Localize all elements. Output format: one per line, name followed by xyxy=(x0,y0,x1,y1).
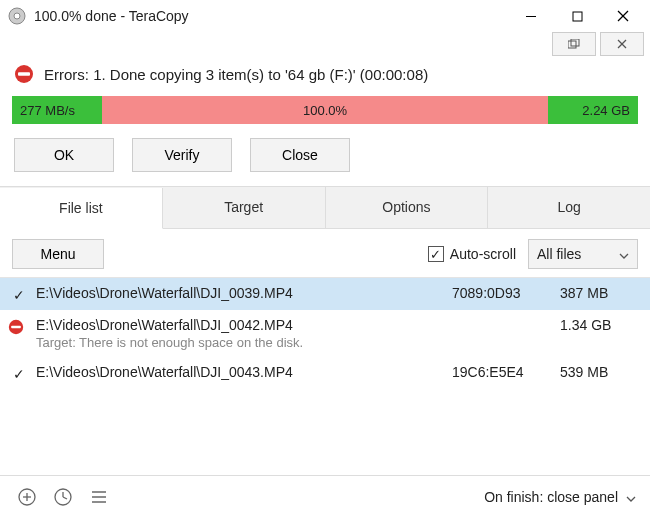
file-filter-label: All files xyxy=(537,246,581,262)
status-text: Errors: 1. Done copying 3 item(s) to '64… xyxy=(44,66,428,83)
on-finish-label[interactable]: On finish: close panel xyxy=(484,489,618,505)
menu-button[interactable]: Menu xyxy=(12,239,104,269)
svg-rect-11 xyxy=(18,72,30,75)
action-row: OK Verify Close xyxy=(0,124,650,186)
file-list: ✓ E:\Videos\Drone\Waterfall\DJI_0039.MP4… xyxy=(0,277,650,389)
tab-options[interactable]: Options xyxy=(326,187,489,228)
file-hash: 7089:0D93 xyxy=(452,285,552,301)
svg-rect-6 xyxy=(568,41,576,48)
error-icon xyxy=(10,319,28,335)
secondary-toolbar xyxy=(0,32,650,60)
file-row[interactable]: E:\Videos\Drone\Waterfall\DJI_0042.MP4 T… xyxy=(0,310,650,357)
file-row[interactable]: ✓ E:\Videos\Drone\Waterfall\DJI_0039.MP4… xyxy=(0,278,650,310)
window-title: 100.0% done - TeraCopy xyxy=(34,8,508,24)
file-filter-dropdown[interactable]: All files xyxy=(528,239,638,269)
progress-bar: 277 MB/s 100.0% 2.24 GB xyxy=(12,96,638,124)
file-size: 1.34 GB xyxy=(560,317,640,333)
close-window-button[interactable] xyxy=(600,0,646,32)
titlebar: 100.0% done - TeraCopy xyxy=(0,0,650,32)
svg-rect-3 xyxy=(573,12,582,21)
app-icon xyxy=(8,7,26,25)
file-path: E:\Videos\Drone\Waterfall\DJI_0043.MP4 xyxy=(36,364,444,380)
progress-percent: 100.0% xyxy=(303,103,347,118)
tab-target[interactable]: Target xyxy=(163,187,326,228)
close-button[interactable]: Close xyxy=(250,138,350,172)
check-icon: ✓ xyxy=(10,366,28,382)
bottom-bar: On finish: close panel xyxy=(0,475,650,517)
list-toolbar: Menu ✓ Auto-scroll All files xyxy=(0,229,650,277)
svg-line-19 xyxy=(63,497,67,499)
svg-rect-2 xyxy=(526,16,536,17)
ok-button[interactable]: OK xyxy=(14,138,114,172)
check-icon: ✓ xyxy=(10,287,28,303)
autoscroll-checkbox[interactable]: ✓ Auto-scroll xyxy=(428,246,516,262)
svg-rect-13 xyxy=(11,326,21,329)
file-path: E:\Videos\Drone\Waterfall\DJI_0042.MP4 xyxy=(36,317,444,333)
file-error-message: Target: There is not enough space on the… xyxy=(36,335,444,350)
popout-button[interactable] xyxy=(552,32,596,56)
tab-log[interactable]: Log xyxy=(488,187,650,228)
file-hash: 19C6:E5E4 xyxy=(452,364,552,380)
chevron-down-icon[interactable] xyxy=(626,489,636,505)
svg-point-1 xyxy=(14,13,20,19)
tab-bar: File list Target Options Log xyxy=(0,186,650,229)
panel-close-button[interactable] xyxy=(600,32,644,56)
progress-total-size: 2.24 GB xyxy=(582,103,630,118)
status-row: Errors: 1. Done copying 3 item(s) to '64… xyxy=(0,60,650,96)
progress-speed: 277 MB/s xyxy=(20,103,75,118)
add-icon[interactable] xyxy=(14,484,40,510)
checkbox-icon: ✓ xyxy=(428,246,444,262)
svg-rect-7 xyxy=(571,39,579,46)
file-row[interactable]: ✓ E:\Videos\Drone\Waterfall\DJI_0043.MP4… xyxy=(0,357,650,389)
tab-file-list[interactable]: File list xyxy=(0,188,163,229)
verify-button[interactable]: Verify xyxy=(132,138,232,172)
list-icon[interactable] xyxy=(86,484,112,510)
file-size: 387 MB xyxy=(560,285,640,301)
autoscroll-label: Auto-scroll xyxy=(450,246,516,262)
history-icon[interactable] xyxy=(50,484,76,510)
chevron-down-icon xyxy=(619,246,629,262)
file-size: 539 MB xyxy=(560,364,640,380)
error-icon xyxy=(14,64,34,84)
minimize-button[interactable] xyxy=(508,0,554,32)
maximize-button[interactable] xyxy=(554,0,600,32)
file-path: E:\Videos\Drone\Waterfall\DJI_0039.MP4 xyxy=(36,285,444,301)
